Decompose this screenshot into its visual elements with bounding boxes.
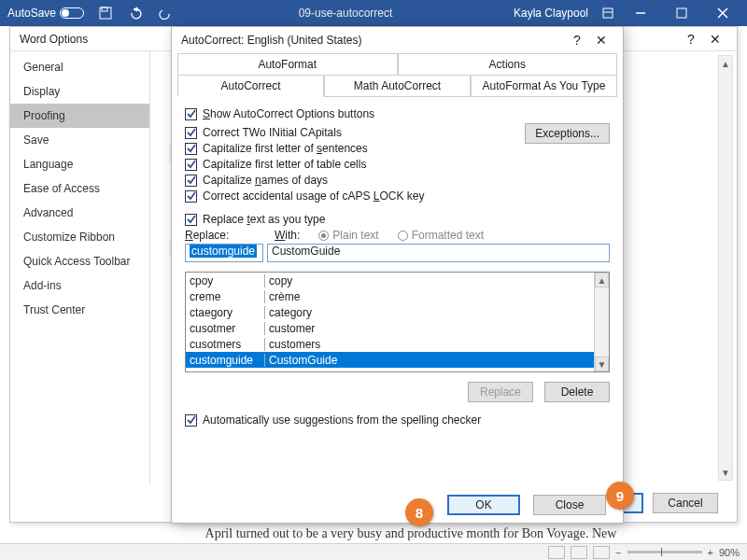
sidebar-item-trust-center[interactable]: Trust Center [10,298,149,322]
view-web-icon[interactable] [593,546,610,559]
help-icon[interactable]: ? [565,33,589,48]
replace-button[interactable]: Replace [468,382,533,402]
correct-caps-lock-checkbox[interactable]: Correct accidental usage of cAPS LOCK ke… [185,189,424,203]
close-button[interactable]: Close [533,495,606,515]
radio-selected-icon [318,231,329,241]
cell-with: customers [264,338,594,351]
view-print-icon[interactable] [571,546,587,559]
svg-rect-3 [677,8,686,18]
checkbox-checked-icon [185,190,197,203]
scrollbar[interactable]: ▲ ▼ [718,55,733,481]
svg-rect-1 [102,7,107,11]
document-text: April turned out to be a very busy and p… [93,526,728,541]
capitalize-first-sentence-checkbox[interactable]: Capitalize first letter of sentences [185,142,424,155]
checkbox-label: Automatically use suggestions from the s… [203,413,481,427]
table-row[interactable]: cusotmerscustomers [186,336,594,352]
save-icon[interactable] [93,0,118,26]
close-button[interactable] [702,0,743,26]
cancel-button[interactable]: Cancel [653,493,718,513]
word-options-title: Word Options [20,33,88,46]
zoom-level[interactable]: 90% [719,547,740,558]
scroll-down-icon[interactable]: ▼ [719,465,732,480]
correct-two-initial-caps-checkbox[interactable]: Correct TWo INitial CApitals [185,126,424,139]
tab-math-autocorrect[interactable]: Math AutoCorrect [324,75,471,97]
checkbox-label: Replace text as you type [203,213,325,226]
capitalize-table-cells-checkbox[interactable]: Capitalize first letter of table cells [185,158,424,171]
sidebar-item-save[interactable]: Save [10,128,149,152]
cell-replace: creme [186,290,264,303]
table-row[interactable]: ctaegorycategory [186,304,594,320]
cell-replace: cpoy [186,274,264,287]
checkbox-checked-icon [185,108,197,120]
view-read-icon[interactable] [548,546,565,559]
sidebar-item-ease-of-access[interactable]: Ease of Access [10,176,149,201]
autosave-label: AutoSave [7,7,56,20]
zoom-out-button[interactable]: − [615,547,621,558]
tab-autocorrect[interactable]: AutoCorrect [177,75,324,97]
cell-replace: customguide [186,354,264,367]
help-icon[interactable]: ? [679,32,703,47]
sidebar-item-proofing[interactable]: Proofing [10,104,149,128]
minimize-button[interactable] [620,0,661,26]
checkbox-checked-icon [185,159,197,171]
tab-autoformat[interactable]: AutoFormat [177,53,398,75]
toggle-off-icon [60,7,84,19]
sidebar-item-display[interactable]: Display [10,79,149,104]
scroll-up-icon[interactable]: ▲ [595,273,609,287]
svg-rect-2 [603,8,613,18]
user-name[interactable]: Kayla Claypool [514,7,588,20]
show-autocorrect-options-checkbox[interactable]: Show AutoCorrect Options buttons [185,107,610,120]
checkbox-label: Capitalize names of days [203,174,328,187]
capitalize-days-checkbox[interactable]: Capitalize names of days [185,174,424,187]
autocorrect-dialog: AutoCorrect: English (United States) ? ✕… [171,26,624,524]
redo-icon[interactable] [153,0,177,26]
close-icon[interactable]: ✕ [703,32,727,47]
replace-text-as-you-type-checkbox[interactable]: Replace text as you type [185,213,610,226]
sidebar-item-customize-ribbon[interactable]: Customize Ribbon [10,225,149,249]
checkbox-label: Correct accidental usage of cAPS LOCK ke… [203,189,424,203]
auto-suggestions-checkbox[interactable]: Automatically use suggestions from the s… [185,413,610,427]
ok-button[interactable]: OK [447,495,520,515]
tab-autoformat-as-you-type[interactable]: AutoFormat As You Type [471,75,617,97]
sidebar-item-advanced[interactable]: Advanced [10,201,149,225]
cell-replace: ctaegory [186,306,264,319]
sidebar-item-general[interactable]: General [10,55,149,79]
close-icon[interactable]: ✕ [589,33,613,48]
scroll-down-icon[interactable]: ▼ [595,357,609,371]
tabs-row-top: AutoFormat Actions [172,53,623,75]
sidebar-item-add-ins[interactable]: Add-ins [10,273,149,298]
replace-input[interactable]: customguide [185,244,263,262]
sidebar-item-quick-access-toolbar[interactable]: Quick Access Toolbar [10,249,149,273]
autosave-toggle[interactable]: AutoSave [4,7,88,20]
checkbox-label: Correct TWo INitial CApitals [203,126,342,139]
scroll-up-icon[interactable]: ▲ [719,56,732,71]
table-row[interactable]: cpoycopy [186,273,594,288]
autocorrect-list[interactable]: cpoycopycremecrèmectaegorycategorycusotm… [185,272,610,372]
cell-with: category [264,306,594,319]
cell-with: customer [264,322,594,335]
callout-8: 8 [405,498,433,526]
formatted-text-radio[interactable]: Formatted text [398,229,484,242]
maximize-button[interactable] [661,0,702,26]
radio-icon [398,231,408,241]
tabs-row-bottom: AutoCorrect Math AutoCorrect AutoFormat … [172,75,623,97]
sidebar-item-language[interactable]: Language [10,152,149,176]
plain-text-radio[interactable]: Plain text [318,229,378,242]
delete-button[interactable]: Delete [544,382,610,402]
with-label: With: [275,229,300,242]
checkbox-checked-icon [185,127,197,139]
ribbon-options-icon[interactable] [596,0,620,26]
zoom-in-button[interactable]: + [708,547,713,558]
table-row[interactable]: cremecrème [186,288,594,304]
table-row[interactable]: cusotmercustomer [186,320,594,336]
with-input[interactable]: CustomGuide [267,244,610,262]
tab-actions[interactable]: Actions [398,53,618,75]
checkbox-checked-icon [185,143,197,155]
undo-icon[interactable] [123,0,148,26]
exceptions-button[interactable]: Exceptions... [525,123,610,144]
title-bar: AutoSave 09-use-autocorrect Kayla Claypo… [0,0,747,26]
list-scrollbar[interactable]: ▲ ▼ [594,273,609,371]
zoom-slider[interactable] [627,551,702,553]
table-row[interactable]: customguideCustomGuide [186,352,594,368]
cell-replace: cusotmers [186,338,264,351]
